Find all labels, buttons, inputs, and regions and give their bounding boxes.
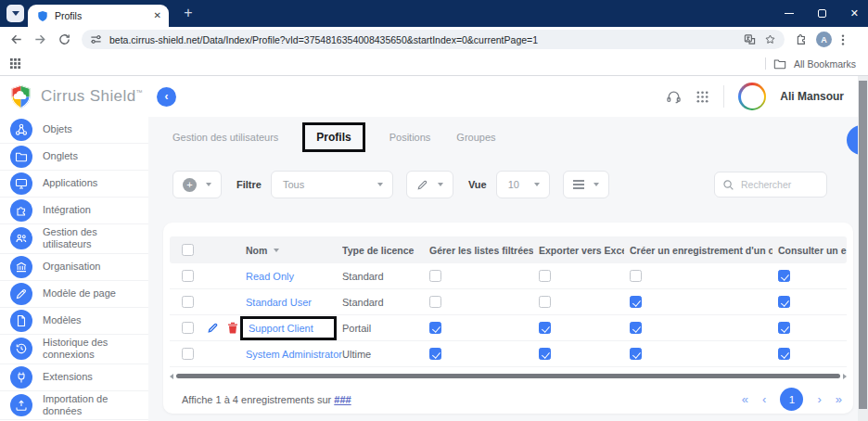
profile-name-link[interactable]: Support Client — [249, 323, 313, 334]
tab-profils[interactable]: Profils — [302, 122, 364, 152]
forward-icon[interactable] — [28, 32, 52, 46]
applications-icon — [10, 172, 32, 195]
search-box[interactable] — [714, 172, 827, 198]
tab-search-button[interactable] — [6, 5, 24, 22]
user-avatar[interactable] — [738, 83, 766, 110]
user-name: Ali Mansour — [780, 90, 844, 103]
row-checkbox[interactable] — [182, 348, 194, 360]
sidebar-item-objets[interactable]: Objets — [0, 117, 148, 144]
address-bar[interactable]: beta.cirrus-shield.net/Data/Index/Profil… — [82, 30, 785, 49]
sidebar-item-gestion-utilisateurs[interactable]: Gestion des utilisateurs — [0, 224, 148, 254]
sidebar-item-onglets[interactable]: Onglets — [0, 144, 148, 171]
sidebar-item-label: Organisation — [43, 261, 100, 273]
pagination: « ‹ 1 › » — [742, 388, 842, 411]
scroll-right-icon[interactable] — [843, 374, 847, 379]
tab-groupes[interactable]: Groupes — [456, 132, 495, 143]
row-checkbox[interactable] — [182, 296, 194, 308]
scrollbar-thumb[interactable] — [859, 81, 867, 409]
pagination-prev-button[interactable]: ‹ — [762, 393, 766, 405]
export-excel-checkbox[interactable] — [539, 270, 551, 282]
folder-icon — [10, 146, 32, 168]
horizontal-scrollbar[interactable] — [170, 373, 847, 379]
column-header-nom[interactable]: Nom — [246, 245, 342, 256]
pagination-last-button[interactable]: » — [836, 393, 842, 405]
objects-icon — [10, 119, 32, 141]
row-checkbox[interactable] — [182, 270, 194, 282]
support-headset-icon[interactable] — [666, 89, 682, 105]
view-label: Vue — [468, 179, 487, 190]
browser-profile-avatar[interactable]: A — [816, 32, 832, 47]
sidebar-item-modeles[interactable]: Modèles — [0, 308, 148, 335]
sidebar-item-organisation[interactable]: Organisation — [0, 254, 148, 281]
profile-name-link[interactable]: Standard User — [246, 297, 312, 308]
tab-gestion-des-utilisateurs[interactable]: Gestion des utilisateurs — [172, 132, 278, 143]
tab-title: Profils — [55, 10, 147, 21]
scroll-left-icon[interactable] — [170, 374, 173, 379]
chevron-down-icon — [534, 183, 540, 186]
apps-grid-icon[interactable] — [9, 57, 21, 70]
filter-label: Filtre — [236, 179, 262, 190]
filter-select[interactable]: Tous — [271, 171, 393, 198]
edit-pencil-icon[interactable] — [207, 322, 219, 334]
translate-icon[interactable] — [744, 33, 756, 45]
add-profile-button[interactable]: + — [172, 171, 222, 198]
site-info-icon[interactable] — [90, 33, 102, 45]
trademark: ™ — [136, 89, 143, 96]
vertical-scrollbar[interactable] — [858, 76, 868, 421]
pagination-page-1[interactable]: 1 — [780, 388, 803, 411]
sidebar-collapse-button[interactable]: ‹ — [157, 87, 176, 107]
profile-name-link[interactable]: System Administrator — [246, 349, 342, 360]
new-tab-button[interactable]: + — [178, 3, 198, 23]
export-excel-checkbox[interactable] — [539, 348, 551, 360]
profile-name-link[interactable]: Read Only — [246, 271, 294, 282]
search-input[interactable] — [741, 179, 806, 190]
create-record-checkbox[interactable] — [630, 348, 642, 360]
tab-favicon-shield-icon — [37, 10, 48, 22]
view-record-checkbox[interactable] — [778, 322, 790, 334]
manage-lists-checkbox[interactable] — [429, 296, 441, 308]
list-options-button[interactable] — [563, 171, 609, 198]
sidebar-item-applications[interactable]: Applications — [0, 171, 148, 198]
view-record-checkbox[interactable] — [778, 296, 790, 308]
export-excel-checkbox[interactable] — [539, 322, 551, 334]
pagination-first-button[interactable]: « — [742, 393, 748, 405]
sidebar-item-integration[interactable]: Intégration — [0, 198, 148, 224]
browser-tab[interactable]: Profils ✕ — [28, 5, 169, 27]
select-all-checkbox[interactable] — [182, 244, 194, 256]
view-select[interactable]: 10 — [496, 171, 550, 198]
create-record-checkbox[interactable] — [630, 270, 642, 282]
delete-trash-icon[interactable] — [227, 322, 238, 334]
manage-lists-checkbox[interactable] — [429, 348, 441, 360]
sidebar-item-importation-donnees[interactable]: Importation de données — [0, 391, 148, 421]
manage-lists-checkbox[interactable] — [429, 270, 441, 282]
view-record-checkbox[interactable] — [778, 348, 790, 360]
sidebar-item-modele-de-page[interactable]: Modèle de page — [0, 281, 148, 308]
sort-caret-icon — [274, 249, 279, 252]
row-checkbox[interactable] — [182, 322, 194, 334]
sidebar-item-extensions[interactable]: Extensions — [0, 364, 148, 391]
records-total-link[interactable]: ### — [334, 394, 351, 405]
create-record-checkbox[interactable] — [630, 296, 642, 308]
app-launcher-grid-icon[interactable] — [696, 90, 709, 104]
sidebar-item-label: Modèles — [43, 314, 82, 326]
view-record-checkbox[interactable] — [778, 270, 790, 282]
sidebar-item-historique-connexions[interactable]: Historique des connexions — [0, 335, 148, 364]
tab-positions[interactable]: Positions — [389, 132, 431, 143]
create-record-checkbox[interactable] — [630, 322, 642, 334]
extensions-puzzle-icon[interactable] — [794, 33, 807, 46]
column-header-consulter: Consulter un e — [772, 245, 847, 256]
all-bookmarks-button[interactable]: All Bookmarks — [765, 57, 856, 70]
export-excel-checkbox[interactable] — [539, 296, 551, 308]
window-maximize-button[interactable] — [818, 9, 826, 18]
reload-icon[interactable] — [52, 32, 76, 46]
browser-menu-icon[interactable] — [841, 33, 845, 46]
manage-lists-checkbox[interactable] — [429, 322, 441, 334]
pagination-next-button[interactable]: › — [817, 393, 821, 405]
back-icon[interactable] — [4, 32, 28, 46]
edit-button[interactable] — [406, 171, 453, 198]
scrollbar-thumb[interactable] — [176, 374, 840, 378]
window-close-button[interactable]: ✕ — [850, 8, 859, 19]
tab-close-icon[interactable]: ✕ — [154, 11, 161, 20]
window-minimize-button[interactable] — [785, 13, 794, 15]
bookmark-star-icon[interactable] — [764, 33, 776, 45]
